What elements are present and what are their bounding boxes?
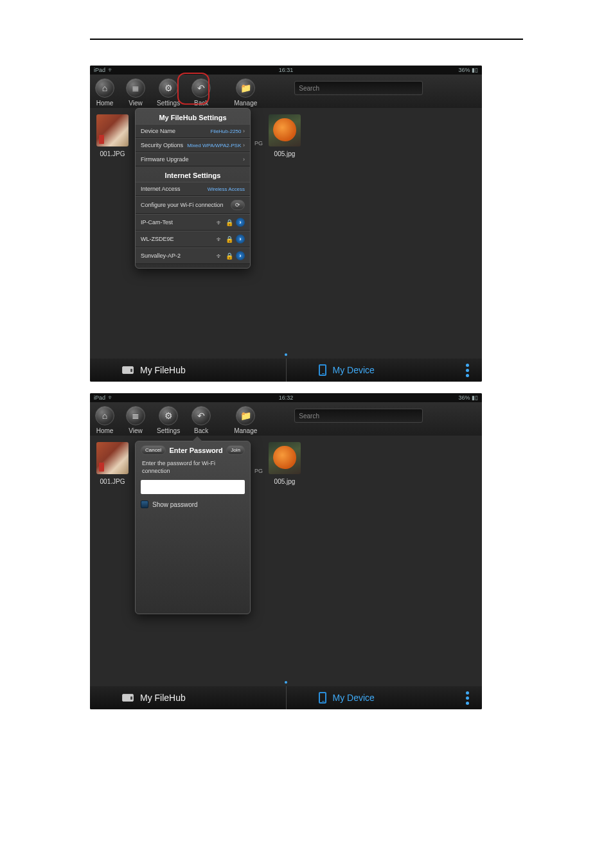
home-button[interactable]: ⌂Home bbox=[95, 406, 114, 434]
wifi-name: IP-Cam-Test bbox=[141, 219, 214, 226]
thumb-005[interactable]: 005.jpg bbox=[269, 114, 301, 157]
manage-label: Manage bbox=[234, 100, 257, 107]
detail-button[interactable]: › bbox=[236, 218, 245, 227]
tab-device-label: My Device bbox=[333, 693, 375, 703]
battery-icon: ▮▯ bbox=[472, 67, 478, 73]
more-icon[interactable] bbox=[466, 364, 469, 377]
refresh-button[interactable]: ⟳ bbox=[231, 200, 245, 210]
home-icon: ⌂ bbox=[102, 411, 107, 421]
chevron-right-icon: › bbox=[243, 128, 245, 134]
content-area: 001.JPG PG 005.jpg My FileHub Settings D… bbox=[90, 108, 482, 359]
firmware-label: Firmware Upgrade bbox=[141, 156, 189, 163]
popover-message: Enter the password for Wi-Fi connection bbox=[142, 460, 244, 475]
detail-button[interactable]: › bbox=[236, 235, 245, 244]
checkbox-icon bbox=[141, 500, 148, 508]
status-device: iPad bbox=[94, 394, 105, 401]
password-popover: Cancel Enter Password Join Enter the pas… bbox=[135, 441, 251, 614]
settings-button[interactable]: ⚙ Settings bbox=[157, 78, 180, 107]
drive-icon bbox=[122, 366, 134, 374]
wifi-signal-icon: ᯤ bbox=[217, 252, 223, 260]
tab-my-filehub[interactable]: My FileHub bbox=[90, 359, 286, 382]
row-configure-wifi: Configure your Wi-Fi connection ⟳ bbox=[136, 196, 250, 214]
wifi-row-zsde9e[interactable]: WL-ZSDE9E ᯤ 🔒 › bbox=[136, 231, 250, 247]
page-indicator bbox=[285, 353, 287, 356]
back-button[interactable]: ↶Back bbox=[191, 406, 211, 434]
wifi-name: Sunvalley-AP-2 bbox=[141, 252, 214, 259]
tab-filehub-label: My FileHub bbox=[140, 365, 186, 375]
search-input[interactable]: Search bbox=[294, 409, 423, 423]
wifi-signal-icon: ᯤ bbox=[217, 236, 223, 243]
settings-panel: My FileHub Settings Device Name FileHub-… bbox=[135, 108, 251, 269]
view-label: View bbox=[129, 100, 143, 107]
page-indicator bbox=[285, 681, 287, 684]
screenshot-2: iPad ᯤ 16:32 36% ▮▯ ⌂Home ≣View ⚙Setting… bbox=[90, 393, 482, 709]
battery-label: 36% bbox=[458, 67, 470, 73]
search-placeholder: Search bbox=[299, 412, 319, 420]
detail-button[interactable]: › bbox=[236, 251, 245, 260]
tab-my-filehub[interactable]: My FileHub bbox=[90, 686, 286, 709]
show-password-label: Show password bbox=[152, 501, 198, 508]
settings-label: Settings bbox=[157, 427, 180, 434]
wifi-row-sunvalley[interactable]: Sunvalley-AP-2 ᯤ 🔒 › bbox=[136, 247, 250, 264]
device-icon bbox=[319, 364, 326, 376]
toolbar: ⌂Home ≣View ⚙Settings ↶Back 📁Manage Sear… bbox=[90, 402, 482, 436]
search-input[interactable]: Search bbox=[294, 81, 423, 95]
thumb-caption: 005.jpg bbox=[274, 150, 296, 157]
thumbnail-image bbox=[269, 442, 301, 474]
settings-label: Settings bbox=[157, 100, 180, 107]
back-icon: ↶ bbox=[197, 411, 205, 421]
view-button[interactable]: ≣ View bbox=[126, 78, 145, 107]
folder-icon: 📁 bbox=[240, 83, 251, 93]
tab-my-device[interactable]: My Device bbox=[287, 686, 483, 709]
thumb-pg-suffix: PG bbox=[254, 140, 263, 146]
thumbnail-image bbox=[269, 114, 301, 146]
list-icon: ≣ bbox=[132, 411, 139, 421]
settings-button[interactable]: ⚙Settings bbox=[157, 406, 180, 434]
thumb-001[interactable]: 001.JPG bbox=[96, 114, 129, 157]
status-time: 16:32 bbox=[158, 394, 414, 401]
list-icon: ≣ bbox=[132, 83, 139, 93]
thumb-caption: 001.JPG bbox=[100, 150, 125, 157]
wifi-signal-icon: ᯤ bbox=[217, 219, 223, 226]
internet-access-value: Wireless Access bbox=[208, 186, 245, 192]
tab-my-device[interactable]: My Device bbox=[287, 359, 483, 382]
bottom-bar: My FileHub My Device bbox=[90, 359, 482, 382]
security-label: Security Options bbox=[141, 142, 183, 148]
row-security[interactable]: Security Options Mixed WPA/WPA2-PSK › bbox=[136, 138, 250, 152]
thumb-005[interactable]: 005.jpg bbox=[269, 442, 301, 485]
status-bar: iPad ᯤ 16:32 36% ▮▯ bbox=[90, 393, 482, 402]
panel-header-internet: Internet Settings bbox=[136, 166, 250, 182]
tab-filehub-label: My FileHub bbox=[140, 693, 186, 703]
page-top-rule bbox=[90, 39, 523, 40]
tab-device-label: My Device bbox=[333, 365, 375, 375]
wifi-row-ipcam[interactable]: IP-Cam-Test ᯤ 🔒 › bbox=[136, 214, 250, 231]
security-value: Mixed WPA/WPA2-PSK bbox=[187, 143, 241, 148]
cancel-button[interactable]: Cancel bbox=[141, 445, 166, 455]
battery-label: 36% bbox=[458, 394, 470, 401]
row-internet-access[interactable]: Internet Access Wireless Access bbox=[136, 182, 250, 196]
popover-arrow bbox=[192, 436, 202, 441]
row-device-name[interactable]: Device Name FileHub-2250 › bbox=[136, 124, 250, 138]
home-icon: ⌂ bbox=[102, 83, 107, 93]
thumb-001[interactable]: 001.JPG bbox=[96, 442, 129, 485]
manage-button[interactable]: 📁 Manage bbox=[234, 78, 257, 107]
lock-icon: 🔒 bbox=[226, 236, 233, 243]
view-label: View bbox=[129, 427, 143, 434]
view-button[interactable]: ≣View bbox=[126, 406, 145, 434]
password-input[interactable] bbox=[141, 480, 245, 494]
join-button[interactable]: Join bbox=[226, 445, 245, 455]
manage-button[interactable]: 📁Manage bbox=[234, 406, 257, 434]
show-password-toggle[interactable]: Show password bbox=[141, 500, 245, 508]
popover-title: Enter Password bbox=[170, 447, 223, 454]
internet-access-label: Internet Access bbox=[141, 186, 181, 192]
row-firmware[interactable]: Firmware Upgrade › bbox=[136, 152, 250, 166]
folder-icon: 📁 bbox=[240, 411, 251, 421]
thumbnail-image bbox=[96, 114, 129, 146]
bottom-bar: My FileHub My Device bbox=[90, 686, 482, 709]
more-icon[interactable] bbox=[466, 691, 469, 705]
content-area: 001.JPG PG 005.jpg Cancel Enter Password… bbox=[90, 436, 482, 686]
gear-icon: ⚙ bbox=[164, 411, 173, 421]
search-placeholder: Search bbox=[299, 85, 319, 92]
lock-icon: 🔒 bbox=[226, 252, 233, 260]
home-button[interactable]: ⌂ Home bbox=[95, 78, 114, 107]
